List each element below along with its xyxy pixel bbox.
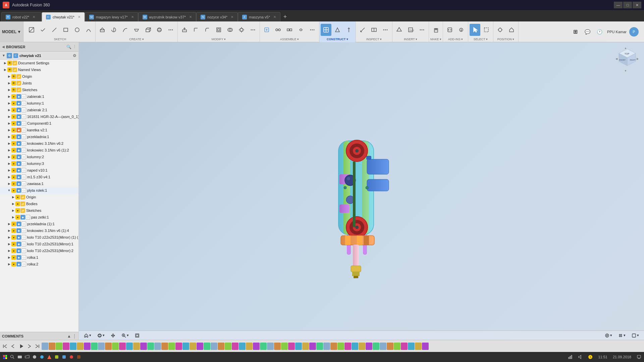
timeline-item-16[interactable]: [154, 343, 161, 350]
timeline-item-10[interactable]: [112, 343, 119, 350]
timeline-item-53[interactable]: [415, 343, 422, 350]
comments-expand-icon[interactable]: ▲: [67, 334, 71, 339]
timeline-item-46[interactable]: [366, 343, 372, 350]
tree-item-origin[interactable]: ▶ 👁 📁 Origin: [0, 73, 78, 80]
tree-item-przekladnia11[interactable]: ▶ ● ◆ □ przekladnia (1):1: [0, 221, 78, 227]
circle-button[interactable]: [72, 24, 83, 36]
tree-item-sketches2[interactable]: ▶ ● 📁 Sketches: [0, 207, 78, 214]
timeline-item-7[interactable]: [91, 343, 98, 350]
insert-mesh-button[interactable]: [394, 24, 405, 36]
timeline-item-33[interactable]: [274, 343, 281, 350]
tab-maszyna[interactable]: Z maszyna v5* ✕: [238, 12, 280, 21]
timeline-item-40[interactable]: [323, 343, 330, 350]
timeline-item-41[interactable]: [330, 343, 337, 350]
timeline-item-30[interactable]: [253, 343, 260, 350]
tree-item-sketches[interactable]: ▶ 👁 📁 Sketches: [0, 86, 78, 93]
construct-axis-button[interactable]: [343, 24, 354, 36]
viewport[interactable]: ▾ ▾ ▾ ▾ ▾: [79, 42, 644, 340]
timeline-item-37[interactable]: [302, 343, 309, 350]
addins-button[interactable]: [456, 24, 467, 36]
root-settings-icon[interactable]: ⚙: [73, 53, 76, 58]
close-button[interactable]: ✕: [633, 2, 641, 8]
extrude-button[interactable]: [97, 24, 108, 36]
zoom-button[interactable]: ▾: [119, 332, 131, 339]
timeline-item-5[interactable]: [77, 343, 84, 350]
grid-button[interactable]: ⊞: [571, 27, 580, 37]
tree-item-kolumny1[interactable]: ▶ ● ◆ □ kolumny:1: [0, 100, 78, 107]
press-pull-button[interactable]: [179, 24, 190, 36]
clock-button[interactable]: 🕐: [595, 27, 604, 37]
timeline-item-25[interactable]: [218, 343, 224, 350]
timeline-item-36[interactable]: [295, 343, 302, 350]
timeline-item-17[interactable]: [161, 343, 168, 350]
timeline-item-1[interactable]: [49, 343, 55, 350]
timeline-item-38[interactable]: [309, 343, 316, 350]
user-avatar[interactable]: P: [629, 27, 639, 37]
tab-close-magazyn[interactable]: ✕: [131, 15, 134, 19]
orbit-button[interactable]: ▾: [95, 332, 107, 339]
timeline-item-47[interactable]: [373, 343, 379, 350]
timeline-first-button[interactable]: [1, 343, 9, 350]
timeline-item-39[interactable]: [316, 343, 323, 350]
construct-angle-plane-button[interactable]: [332, 24, 343, 36]
timeline-last-button[interactable]: [34, 343, 41, 350]
more-assemble-button[interactable]: [307, 24, 318, 36]
tree-item-rolka2[interactable]: ▶ ● ◆ □ rolka:2: [0, 261, 78, 267]
line-button[interactable]: [49, 24, 60, 36]
timeline-item-29[interactable]: [246, 343, 253, 350]
timeline-item-31[interactable]: [260, 343, 267, 350]
timeline-item-51[interactable]: [401, 343, 408, 350]
rectangle-button[interactable]: [60, 24, 71, 36]
tree-item-161831[interactable]: ▶ ● ◆ □ 161831 HGR-32-A—(asm_0_1):1: [0, 113, 78, 120]
tree-item-przekladnia1[interactable]: ▶ ● ◆ □ przekladnia:1: [0, 133, 78, 140]
tree-item-named-views[interactable]: ▶ 👁 📁 Named Views: [0, 66, 78, 73]
tree-item-kolo1[interactable]: ▶ ● ◆ □ kolo T10 z22x2531(Mirror) (1) (1…: [0, 234, 78, 241]
timeline-play-button[interactable]: [17, 343, 25, 350]
timeline-item-52[interactable]: [408, 343, 415, 350]
tab-close-nozyce[interactable]: ✕: [231, 15, 233, 19]
sphere-button[interactable]: [154, 24, 165, 36]
timeline-item-11[interactable]: [119, 343, 126, 350]
timeline-item-14[interactable]: [140, 343, 147, 350]
timeline-item-21[interactable]: [190, 343, 196, 350]
timeline-item-44[interactable]: [352, 343, 358, 350]
timeline-item-45[interactable]: [359, 343, 365, 350]
timeline-prev-button[interactable]: [9, 343, 17, 350]
timeline-item-54[interactable]: [422, 343, 429, 350]
timeline-item-22[interactable]: [197, 343, 203, 350]
more-inspect-button[interactable]: [380, 24, 391, 36]
timeline-item-6[interactable]: [84, 343, 91, 350]
measure-button[interactable]: [357, 24, 368, 36]
move-button[interactable]: [236, 24, 247, 36]
combine-button[interactable]: [225, 24, 235, 36]
tree-item-krokowiec2[interactable]: ▶ ● ◆ □ krokowiec 3.1Nm v6 (1):2: [0, 147, 78, 154]
timeline-item-13[interactable]: [133, 343, 140, 350]
timeline-item-18[interactable]: [168, 343, 175, 350]
timeline-item-4[interactable]: [70, 343, 76, 350]
sweep-button[interactable]: [120, 24, 130, 36]
finish-sketch-button[interactable]: [38, 24, 48, 36]
tree-item-joints[interactable]: ▶ 👁 📁 Joints: [0, 80, 78, 86]
arc-button[interactable]: [83, 24, 94, 36]
timeline-item-43[interactable]: [344, 343, 351, 350]
view-cube[interactable]: TOP RIGHT FRONT ▼ ◀ ▶ ▲: [614, 46, 641, 72]
loft-button[interactable]: [131, 24, 142, 36]
tab-nozyce[interactable]: N nozyce v34* ✕: [196, 12, 238, 21]
timeline-item-15[interactable]: [147, 343, 154, 350]
joint-button[interactable]: [273, 24, 283, 36]
fit-button[interactable]: [132, 332, 142, 339]
timeline-item-12[interactable]: [126, 343, 133, 350]
3dprint-button[interactable]: [431, 24, 441, 36]
tree-item-m15[interactable]: ▶ ● ◆ □ m1.5 z30 v4:1: [0, 174, 78, 180]
chamfer-button[interactable]: [202, 24, 213, 36]
window-select-button[interactable]: [481, 24, 492, 36]
tree-item-kolumny2[interactable]: ▶ ● ◆ □ kolumny:2: [0, 154, 78, 160]
tree-item-plyta-rolek[interactable]: ▼ ● ◆ □ plyta rolek:1: [0, 187, 78, 194]
new-component-button[interactable]: [261, 24, 272, 36]
pan-button[interactable]: [108, 332, 118, 339]
timeline-item-2[interactable]: [56, 343, 62, 350]
timeline-item-19[interactable]: [175, 343, 182, 350]
timeline-item-3[interactable]: [63, 343, 69, 350]
tree-item-kolo3[interactable]: ▶ ● ◆ □ kolo T10 z22x2531(Mirror):2: [0, 247, 78, 254]
tree-item-bodies[interactable]: ▶ ● 📁 Bodies: [0, 200, 78, 207]
